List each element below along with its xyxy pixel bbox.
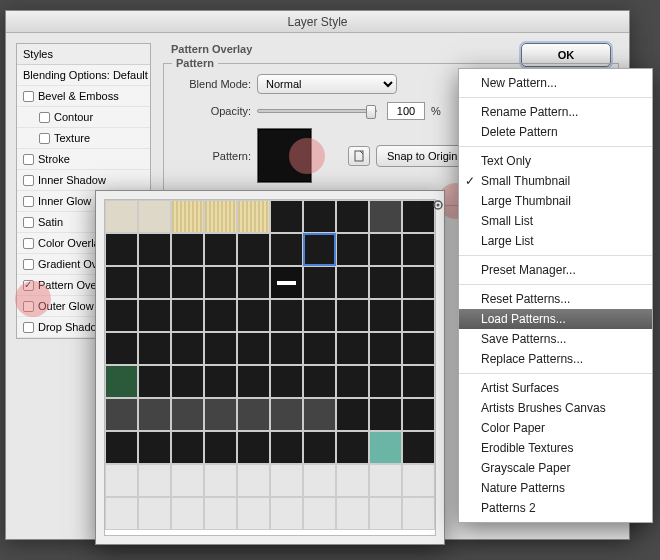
- menu-item[interactable]: Grayscale Paper: [459, 458, 652, 478]
- pattern-thumbnail[interactable]: [105, 497, 138, 530]
- pattern-thumbnail[interactable]: [237, 332, 270, 365]
- pattern-thumbnail[interactable]: [270, 365, 303, 398]
- pattern-thumbnail[interactable]: [105, 464, 138, 497]
- pattern-thumbnail[interactable]: [303, 464, 336, 497]
- pattern-thumbnail[interactable]: [369, 365, 402, 398]
- style-checkbox[interactable]: [23, 238, 34, 249]
- pattern-thumbnail[interactable]: [270, 266, 303, 299]
- pattern-thumbnail[interactable]: [204, 200, 237, 233]
- pattern-thumbnail[interactable]: [237, 398, 270, 431]
- menu-item[interactable]: Reset Patterns...: [459, 289, 652, 309]
- menu-item[interactable]: Replace Patterns...: [459, 349, 652, 369]
- pattern-thumbnail[interactable]: [204, 497, 237, 530]
- pattern-thumbnail[interactable]: [369, 464, 402, 497]
- pattern-thumbnail[interactable]: [369, 398, 402, 431]
- menu-item[interactable]: Small Thumbnail: [459, 171, 652, 191]
- style-checkbox[interactable]: [23, 280, 34, 291]
- opacity-input[interactable]: 100: [387, 102, 425, 120]
- menu-item[interactable]: Text Only: [459, 151, 652, 171]
- pattern-thumbnail[interactable]: [369, 431, 402, 464]
- pattern-thumbnail[interactable]: [171, 464, 204, 497]
- pattern-thumbnail[interactable]: [270, 233, 303, 266]
- pattern-thumbnail[interactable]: [171, 266, 204, 299]
- pattern-thumbnail[interactable]: [204, 431, 237, 464]
- pattern-thumbnail[interactable]: [237, 233, 270, 266]
- pattern-thumbnail[interactable]: [336, 299, 369, 332]
- pattern-thumbnail[interactable]: [105, 266, 138, 299]
- style-checkbox[interactable]: [23, 91, 34, 102]
- pattern-thumbnail[interactable]: [138, 266, 171, 299]
- pattern-thumbnail[interactable]: [270, 299, 303, 332]
- menu-item[interactable]: Nature Patterns: [459, 478, 652, 498]
- pattern-thumbnail[interactable]: [270, 464, 303, 497]
- pattern-thumbnail[interactable]: [105, 431, 138, 464]
- styles-header[interactable]: Styles: [17, 44, 150, 65]
- pattern-thumbnail[interactable]: [402, 266, 435, 299]
- pattern-thumbnail[interactable]: [402, 398, 435, 431]
- pattern-thumbnail[interactable]: [204, 464, 237, 497]
- pattern-thumbnail[interactable]: [369, 299, 402, 332]
- style-checkbox[interactable]: [23, 217, 34, 228]
- pattern-thumbnail[interactable]: [204, 398, 237, 431]
- pattern-thumbnail[interactable]: [303, 200, 336, 233]
- pattern-thumbnail[interactable]: [138, 398, 171, 431]
- pattern-thumbnail[interactable]: [303, 299, 336, 332]
- style-checkbox[interactable]: [23, 196, 34, 207]
- pattern-thumbnail[interactable]: [369, 233, 402, 266]
- pattern-thumbnail[interactable]: [138, 431, 171, 464]
- picker-flyout-button[interactable]: [428, 195, 448, 215]
- pattern-thumbnail[interactable]: [171, 233, 204, 266]
- pattern-thumbnail[interactable]: [270, 332, 303, 365]
- pattern-thumbnail[interactable]: [105, 365, 138, 398]
- pattern-thumbnail[interactable]: [336, 431, 369, 464]
- pattern-thumbnail[interactable]: [402, 365, 435, 398]
- style-effect-row[interactable]: Bevel & Emboss: [17, 86, 150, 107]
- pattern-thumbnail[interactable]: [171, 332, 204, 365]
- pattern-thumbnail[interactable]: [402, 497, 435, 530]
- pattern-thumbnail[interactable]: [303, 497, 336, 530]
- snap-to-origin-button[interactable]: Snap to Origin: [376, 145, 468, 167]
- style-effect-row[interactable]: Contour: [17, 107, 150, 128]
- pattern-thumbnail[interactable]: [204, 365, 237, 398]
- pattern-thumbnail[interactable]: [237, 365, 270, 398]
- style-checkbox[interactable]: [39, 133, 50, 144]
- menu-item[interactable]: Preset Manager...: [459, 260, 652, 280]
- pattern-thumbnail[interactable]: [402, 332, 435, 365]
- pattern-thumbnail[interactable]: [336, 200, 369, 233]
- pattern-thumbnail[interactable]: [237, 299, 270, 332]
- menu-item[interactable]: Color Paper: [459, 418, 652, 438]
- pattern-thumbnail[interactable]: [105, 200, 138, 233]
- pattern-thumbnail[interactable]: [369, 200, 402, 233]
- style-checkbox[interactable]: [23, 259, 34, 270]
- pattern-thumbnail[interactable]: [303, 266, 336, 299]
- pattern-thumbnail[interactable]: [171, 299, 204, 332]
- menu-item[interactable]: Rename Pattern...: [459, 102, 652, 122]
- pattern-thumbnail[interactable]: [171, 398, 204, 431]
- pattern-thumbnail[interactable]: [402, 431, 435, 464]
- style-checkbox[interactable]: [23, 301, 34, 312]
- pattern-thumbnail[interactable]: [204, 233, 237, 266]
- pattern-thumbnail[interactable]: [303, 332, 336, 365]
- pattern-thumbnail[interactable]: [270, 497, 303, 530]
- menu-item[interactable]: Erodible Textures: [459, 438, 652, 458]
- style-effect-row[interactable]: Inner Shadow: [17, 170, 150, 191]
- pattern-thumbnail[interactable]: [270, 431, 303, 464]
- pattern-swatch[interactable]: [257, 128, 312, 183]
- menu-item[interactable]: Large List: [459, 231, 652, 251]
- pattern-thumbnail[interactable]: [336, 497, 369, 530]
- menu-item[interactable]: Large Thumbnail: [459, 191, 652, 211]
- pattern-thumbnail[interactable]: [138, 332, 171, 365]
- pattern-thumbnail[interactable]: [138, 233, 171, 266]
- menu-item[interactable]: New Pattern...: [459, 73, 652, 93]
- pattern-thumbnail[interactable]: [138, 299, 171, 332]
- pattern-thumbnail[interactable]: [336, 365, 369, 398]
- style-checkbox[interactable]: [23, 154, 34, 165]
- pattern-thumbnail[interactable]: [237, 497, 270, 530]
- pattern-thumbnail[interactable]: [138, 497, 171, 530]
- pattern-thumbnail[interactable]: [270, 398, 303, 431]
- pattern-thumbnail[interactable]: [237, 266, 270, 299]
- pattern-thumbnail[interactable]: [171, 431, 204, 464]
- style-effect-row[interactable]: Stroke: [17, 149, 150, 170]
- pattern-thumbnail[interactable]: [336, 332, 369, 365]
- style-effect-row[interactable]: Texture: [17, 128, 150, 149]
